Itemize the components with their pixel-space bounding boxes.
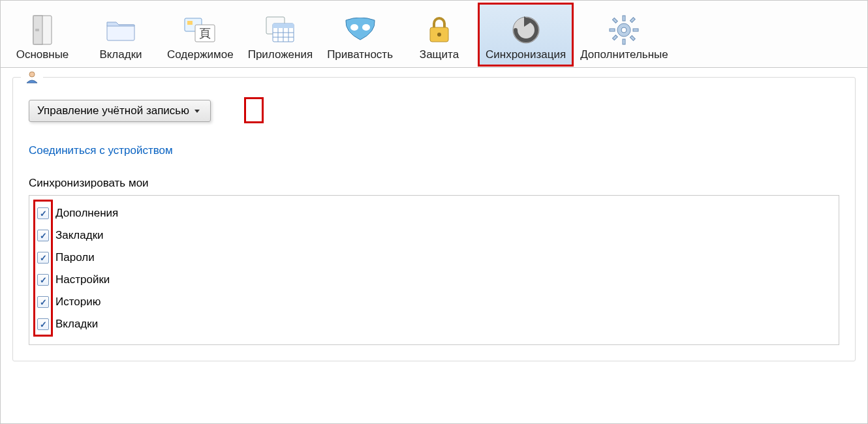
tab-applications[interactable]: Приложения [241, 3, 320, 66]
tab-label: Приложения [248, 48, 313, 61]
item-label: Дополнения [55, 207, 118, 220]
gear-icon [607, 13, 641, 47]
svg-point-31 [621, 27, 627, 33]
item-label: Вкладки [55, 318, 98, 331]
svg-text:頁: 頁 [199, 27, 211, 40]
sync-my-label: Синхронизировать мои [29, 177, 839, 190]
lock-icon [422, 13, 456, 47]
manage-account-button[interactable]: Управление учётной записью [29, 100, 211, 122]
item-label: Пароли [55, 251, 95, 264]
general-icon [25, 13, 59, 47]
user-icon [21, 70, 43, 84]
options-window: Основные Вкладки 頁 Содержимое [0, 0, 868, 424]
list-item: ✓ Историю [37, 291, 831, 313]
tab-label: Содержимое [167, 48, 234, 61]
tab-general[interactable]: Основные [3, 3, 82, 66]
svg-rect-28 [630, 35, 636, 40]
svg-rect-27 [613, 18, 618, 23]
checkbox-tabs[interactable]: ✓ [37, 318, 49, 330]
checkbox-addons[interactable]: ✓ [37, 207, 49, 219]
svg-point-16 [350, 24, 358, 31]
category-toolbar: Основные Вкладки 頁 Содержимое [1, 1, 867, 68]
mask-icon [343, 13, 377, 47]
svg-rect-25 [610, 29, 615, 31]
tab-advanced[interactable]: Дополнительные [573, 3, 675, 66]
svg-rect-23 [623, 16, 625, 21]
checkbox-passwords[interactable]: ✓ [37, 252, 49, 264]
tab-label: Приватность [327, 48, 393, 61]
list-item: ✓ Закладки [37, 224, 831, 247]
svg-rect-29 [630, 18, 636, 23]
tab-security[interactable]: Защита [400, 3, 478, 66]
checkbox-bookmarks[interactable]: ✓ [37, 230, 49, 241]
svg-point-32 [29, 72, 35, 77]
list-item: ✓ Настройки [37, 269, 831, 291]
svg-rect-26 [633, 29, 638, 31]
list-item: ✓ Пароли [37, 247, 831, 269]
tab-label: Защита [420, 48, 459, 61]
svg-point-19 [437, 33, 441, 37]
folder-tabs-icon [104, 13, 138, 47]
tab-sync[interactable]: Синхронизация [478, 3, 573, 66]
svg-rect-5 [187, 21, 193, 25]
tab-label: Дополнительные [580, 48, 668, 61]
content-icon: 頁 [183, 13, 217, 47]
svg-rect-10 [273, 23, 294, 28]
tab-label: Основные [16, 48, 69, 61]
svg-rect-24 [623, 39, 625, 44]
item-label: Историю [55, 295, 101, 309]
sync-items-list: ✓ Дополнения ✓ Закладки ✓ Пароли ✓ Настр… [29, 195, 839, 345]
applications-icon [263, 13, 297, 47]
svg-rect-3 [107, 25, 134, 40]
svg-point-17 [362, 24, 370, 31]
highlight-marker [244, 97, 264, 123]
connect-device-link[interactable]: Соединиться с устройством [29, 144, 173, 157]
tab-label: Вкладки [99, 48, 142, 61]
tab-label: Синхронизация [486, 48, 566, 61]
svg-rect-30 [613, 35, 618, 40]
sync-panel: Управление учётной записью Соединиться с… [1, 68, 867, 361]
tab-content[interactable]: 頁 Содержимое [160, 3, 241, 66]
svg-rect-2 [35, 29, 39, 31]
checkbox-settings[interactable]: ✓ [37, 274, 49, 286]
account-groupbox: Управление учётной записью Соединиться с… [12, 77, 856, 361]
tab-privacy[interactable]: Приватность [320, 3, 400, 66]
item-label: Закладки [55, 229, 104, 242]
checkbox-history[interactable]: ✓ [37, 296, 49, 308]
list-item: ✓ Дополнения [37, 202, 831, 224]
item-label: Настройки [55, 273, 110, 286]
chevron-down-icon [194, 110, 200, 113]
manage-account-label: Управление учётной записью [37, 104, 189, 117]
list-item: ✓ Вкладки [37, 313, 831, 335]
sync-icon [509, 13, 543, 47]
tab-tabs[interactable]: Вкладки [82, 3, 160, 66]
